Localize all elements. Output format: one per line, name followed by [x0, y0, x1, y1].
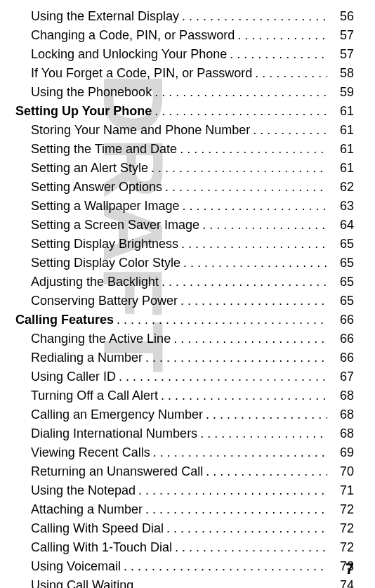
toc-page-number: 61 — [330, 121, 354, 140]
toc-leader-dots — [200, 424, 327, 443]
toc-row: Calling With 1-Touch Dial72 — [15, 538, 354, 557]
toc-page-number: 68 — [330, 386, 354, 405]
toc-leader-dots — [145, 348, 327, 367]
toc-row: Attaching a Number72 — [15, 500, 354, 519]
toc-entry-label: Viewing Recent Calls — [31, 443, 150, 462]
toc-row: Using the Notepad71 — [15, 481, 354, 500]
toc-row: Calling With Speed Dial72 — [15, 519, 354, 538]
toc-leader-dots — [173, 329, 327, 348]
toc-row: Setting an Alert Style61 — [15, 159, 354, 178]
toc-row: Using Call Waiting74 — [15, 576, 354, 588]
toc-entry-label: Adjusting the Backlight — [31, 273, 159, 292]
toc-page-number: 66 — [330, 311, 354, 329]
toc-entry-label: Changing a Code, PIN, or Password — [31, 26, 235, 45]
table-of-contents: Using the External Display56Changing a C… — [15, 7, 354, 588]
toc-row: Setting Display Color Style65 — [15, 254, 354, 273]
toc-entry-label: Dialing International Numbers — [31, 424, 197, 443]
toc-row: Returning an Unanswered Call70 — [15, 462, 354, 481]
toc-page-number: 61 — [330, 102, 354, 121]
toc-page-number: 59 — [330, 83, 354, 102]
toc-leader-dots — [154, 83, 327, 102]
toc-leader-dots — [136, 576, 327, 588]
toc-page-number: 61 — [330, 140, 354, 159]
toc-entry-label: Setting a Wallpaper Image — [31, 197, 179, 216]
toc-leader-dots — [230, 45, 327, 64]
toc-page-number: 66 — [330, 329, 354, 348]
toc-page-number: 65 — [330, 254, 354, 273]
toc-entry-label: Turning Off a Call Alert — [31, 386, 158, 405]
toc-entry-label: Redialing a Number — [31, 348, 143, 367]
toc-row: Redialing a Number66 — [15, 348, 354, 367]
toc-leader-dots — [206, 405, 327, 424]
toc-entry-label: Setting the Time and Date — [31, 140, 177, 159]
toc-leader-dots — [182, 197, 327, 216]
toc-page-number: 70 — [330, 462, 354, 481]
toc-row: Locking and Unlocking Your Phone57 — [15, 45, 354, 64]
toc-page-number: 65 — [330, 235, 354, 254]
toc-page-number: 72 — [330, 519, 354, 538]
toc-entry-label: Setting Display Brightness — [31, 235, 178, 254]
toc-entry-label: Attaching a Number — [31, 500, 143, 519]
toc-page-number: 68 — [330, 405, 354, 424]
toc-page-number: 66 — [330, 348, 354, 367]
toc-leader-dots — [138, 481, 327, 500]
toc-leader-dots — [202, 216, 327, 235]
toc-row: Dialing International Numbers68 — [15, 424, 354, 443]
toc-leader-dots — [124, 557, 327, 576]
toc-page-number: 65 — [330, 273, 354, 292]
toc-entry-label: Calling With 1-Touch Dial — [31, 538, 172, 557]
toc-row: Storing Your Name and Phone Number61 — [15, 121, 354, 140]
toc-page-number: 69 — [330, 443, 354, 462]
toc-page-number: 62 — [330, 178, 354, 197]
toc-entry-label: Using Caller ID — [31, 367, 116, 386]
toc-row: Setting the Time and Date61 — [15, 140, 354, 159]
toc-leader-dots — [175, 538, 327, 557]
toc-leader-dots — [182, 7, 327, 26]
toc-entry-label: Changing the Active Line — [31, 329, 171, 348]
toc-row: Calling Features66 — [15, 311, 354, 329]
toc-leader-dots — [166, 519, 327, 538]
toc-row: Changing the Active Line66 — [15, 329, 354, 348]
toc-entry-label: Setting Display Color Style — [31, 254, 180, 273]
toc-row: Turning Off a Call Alert68 — [15, 386, 354, 405]
toc-entry-label: Locking and Unlocking Your Phone — [31, 45, 227, 64]
toc-entry-label: If You Forget a Code, PIN, or Password — [31, 64, 252, 83]
toc-page-number: 56 — [330, 7, 354, 26]
toc-leader-dots — [119, 367, 327, 386]
toc-entry-label: Calling an Emergency Number — [31, 405, 203, 424]
toc-page-number: 64 — [330, 216, 354, 235]
toc-page-number: 72 — [330, 538, 354, 557]
toc-row: Setting Up Your Phone61 — [15, 102, 354, 121]
toc-leader-dots — [151, 159, 327, 178]
toc-row: Conserving Battery Power65 — [15, 292, 354, 311]
toc-entry-label: Setting a Screen Saver Image — [31, 216, 199, 235]
toc-page-number: 61 — [330, 159, 354, 178]
toc-row: Setting a Wallpaper Image63 — [15, 197, 354, 216]
toc-leader-dots — [206, 462, 327, 481]
toc-entry-label: Using Voicemail — [31, 557, 121, 576]
toc-entry-label: Using the Notepad — [31, 481, 136, 500]
toc-row: Changing a Code, PIN, or Password57 — [15, 26, 354, 45]
toc-leader-dots — [154, 102, 327, 121]
toc-entry-label: Setting Answer Options — [31, 178, 162, 197]
toc-entry-label: Conserving Battery Power — [31, 292, 178, 311]
toc-leader-dots — [180, 292, 327, 311]
toc-leader-dots — [181, 235, 327, 254]
toc-row: Setting a Screen Saver Image64 — [15, 216, 354, 235]
toc-entry-label: Calling With Speed Dial — [31, 519, 164, 538]
toc-page-number: 71 — [330, 481, 354, 500]
toc-leader-dots — [161, 386, 327, 405]
toc-row: Using Voicemail73 — [15, 557, 354, 576]
toc-leader-dots — [162, 273, 327, 292]
toc-leader-dots — [165, 178, 327, 197]
toc-row: Setting Display Brightness65 — [15, 235, 354, 254]
toc-page-number: 65 — [330, 292, 354, 311]
toc-leader-dots — [255, 64, 327, 83]
toc-page-number: 72 — [330, 500, 354, 519]
toc-page-number: 57 — [330, 26, 354, 45]
toc-row: Adjusting the Backlight65 — [15, 273, 354, 292]
toc-page-number: 68 — [330, 424, 354, 443]
toc-leader-dots — [180, 140, 327, 159]
toc-entry-label: Setting an Alert Style — [31, 159, 148, 178]
toc-page-number: 57 — [330, 45, 354, 64]
